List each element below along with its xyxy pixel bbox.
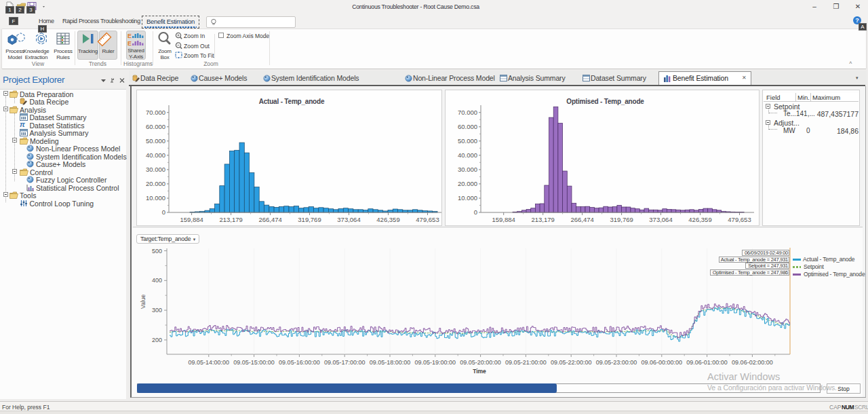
svg-text:E: E bbox=[127, 33, 132, 39]
svg-text:+: + bbox=[196, 75, 198, 79]
svg-text:E: E bbox=[127, 40, 132, 47]
svg-text:+: + bbox=[32, 160, 34, 164]
